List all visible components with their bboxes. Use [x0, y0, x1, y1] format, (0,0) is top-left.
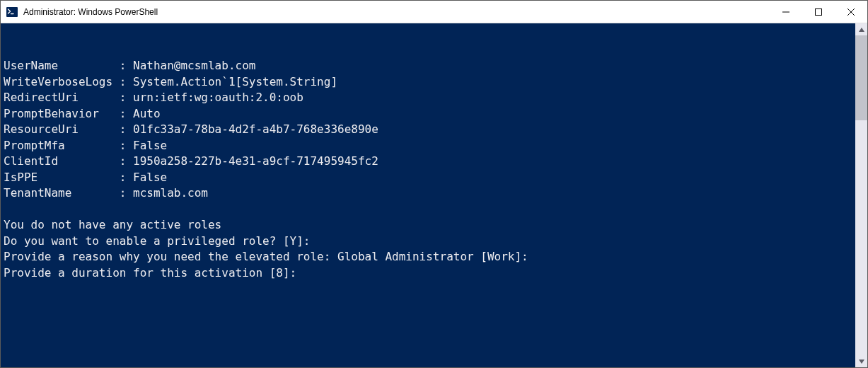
window-title: Administrator: Windows PowerShell	[23, 7, 158, 17]
maximize-button[interactable]	[802, 1, 835, 23]
console-area: UserName : Nathan@mcsmlab.com WriteVerbo…	[1, 23, 867, 367]
powershell-icon	[6, 6, 18, 18]
vertical-scrollbar[interactable]	[855, 23, 867, 367]
scrollbar-up-arrow-icon[interactable]	[855, 23, 867, 35]
scrollbar-thumb[interactable]	[855, 35, 867, 120]
titlebar[interactable]: Administrator: Windows PowerShell	[1, 1, 867, 23]
svg-rect-3	[816, 8, 822, 15]
scrollbar-down-arrow-icon[interactable]	[855, 355, 867, 367]
close-button[interactable]	[835, 1, 867, 23]
window-controls	[770, 1, 867, 23]
console-output[interactable]: UserName : Nathan@mcsmlab.com WriteVerbo…	[1, 23, 855, 367]
minimize-button[interactable]	[770, 1, 802, 23]
svg-rect-0	[6, 7, 18, 17]
scrollbar-track[interactable]	[855, 35, 867, 355]
